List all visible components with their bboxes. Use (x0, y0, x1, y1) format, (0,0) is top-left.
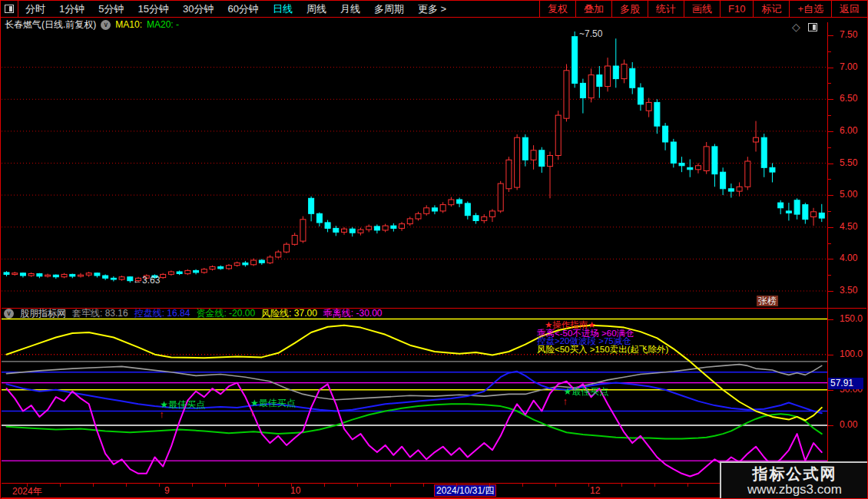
x-axis-tick (555, 484, 556, 487)
buy-marker-label-1: ★最佳买点 (250, 397, 296, 410)
price-axis-label: 5.50 (840, 157, 857, 168)
watermark-url: www.zbgs3.com (747, 482, 842, 497)
period-item-2[interactable]: 5分钟 (91, 1, 131, 17)
x-axis-label-0: 2024年 (12, 485, 42, 498)
app-window: 分时1分钟5分钟15分钟30分钟60分钟日线周线月线多周期更多 > 复权叠加多股… (0, 0, 868, 499)
x-axis-label-2: 10 (290, 485, 300, 496)
period-menu: 分时1分钟5分钟15分钟30分钟60分钟日线周线月线多周期更多 > (18, 1, 453, 17)
price-axis-minor-tick (828, 83, 831, 84)
panel-axis-tick (828, 355, 833, 355)
price-axis-tick (828, 259, 833, 259)
price-axis-label: 5.00 (840, 189, 857, 200)
price-axis-label: 4.50 (840, 221, 857, 232)
peak-annotation: ~7.50 (579, 28, 602, 39)
period-item-7[interactable]: 周线 (300, 1, 333, 17)
x-axis-tick (291, 484, 292, 487)
tools-menu: 复权叠加多股统计画线F10标记+自选返回 (539, 1, 867, 17)
x-axis-tick (687, 484, 688, 487)
x-axis-tick (390, 484, 391, 487)
trough-annotation: ←3.63 (133, 275, 160, 286)
period-item-0[interactable]: 分时 (18, 1, 52, 17)
tool-item-8[interactable]: 返回 (831, 1, 867, 17)
tool-item-1[interactable]: 叠加 (575, 1, 611, 17)
period-item-6[interactable]: 日线 (266, 1, 300, 17)
panel-current-value-badge: 57.91 (828, 378, 863, 389)
window-layout-icon (5, 5, 14, 13)
candlestick-chart[interactable] (2, 22, 827, 308)
x-axis-tick (456, 484, 457, 487)
price-axis-minor-tick (828, 147, 831, 148)
price-axis-tick (828, 227, 833, 228)
price-axis-label: 7.50 (840, 29, 857, 40)
rank-badge[interactable]: 张榜 (757, 296, 778, 306)
x-axis-tick (489, 484, 490, 487)
x-axis-tick (357, 484, 358, 487)
x-axis-tick (654, 484, 655, 487)
tool-item-5[interactable]: F10 (720, 1, 753, 17)
price-axis-label: 4.00 (840, 253, 857, 263)
price-axis-minor-tick (828, 179, 831, 180)
x-axis-tick (93, 484, 94, 487)
x-axis-tick (258, 484, 259, 487)
price-axis-label: 6.00 (840, 125, 857, 136)
x-axis-tick (60, 484, 61, 487)
indicator-panel-chart[interactable] (2, 318, 827, 483)
period-item-9[interactable]: 多周期 (367, 1, 411, 17)
panel-axis-label: 0.00 (840, 419, 857, 430)
price-axis-minor-tick (828, 51, 831, 52)
x-axis-tick (225, 484, 226, 487)
period-item-8[interactable]: 月线 (333, 1, 367, 17)
x-axis-label-3: 12 (590, 485, 600, 496)
period-item-10[interactable]: 更多 > (411, 1, 453, 17)
x-axis-tick (423, 484, 424, 487)
price-axis-tick (828, 195, 833, 196)
x-axis-tick (522, 484, 523, 487)
operation-guide: ★操作指南★乖离<-50不进场 >60满仓控盘>20做波段 >75减仓风险<50… (537, 321, 668, 353)
panel-axis-label: 100.0 (840, 349, 863, 359)
x-axis-tick (621, 484, 622, 487)
tool-item-7[interactable]: +自选 (789, 1, 831, 17)
period-item-5[interactable]: 60分钟 (220, 1, 265, 17)
guide-line-0: ★操作指南★ (537, 321, 668, 329)
x-axis-tick (324, 484, 325, 487)
panel-axis-label: 150.0 (840, 313, 863, 324)
buy-marker-label-2: ★最佳买点 (563, 385, 608, 398)
tool-item-3[interactable]: 统计 (648, 1, 684, 17)
price-axis-tick (828, 68, 833, 68)
x-axis-tick (159, 484, 160, 487)
period-item-3[interactable]: 15分钟 (131, 1, 175, 17)
window-layout-button[interactable] (1, 1, 18, 17)
price-axis-label: 6.50 (840, 93, 857, 104)
price-axis-minor-tick (828, 115, 831, 116)
right-axis-line (827, 22, 828, 483)
panel-axis-tick (828, 319, 833, 320)
panel-axis-tick (828, 425, 833, 426)
price-axis-minor-tick (828, 243, 831, 244)
tool-item-0[interactable]: 复权 (539, 1, 575, 17)
selected-date-box: 2024/10/31/四 (434, 484, 496, 497)
x-axis-label-1: 9 (164, 485, 170, 496)
price-axis-tick (828, 131, 833, 132)
x-axis-tick (27, 484, 28, 487)
panel-axis-tick (828, 390, 833, 391)
price-axis-tick (828, 99, 833, 100)
watermark: 指标公式网 www.zbgs3.com (720, 461, 868, 499)
tool-item-6[interactable]: 标记 (753, 1, 789, 17)
period-item-4[interactable]: 30分钟 (176, 1, 220, 17)
x-axis-tick (588, 484, 589, 487)
price-axis-tick (828, 164, 833, 164)
x-axis-tick (192, 484, 193, 487)
price-axis-minor-tick (828, 211, 831, 212)
tool-item-4[interactable]: 画线 (684, 1, 720, 17)
top-toolbar: 分时1分钟5分钟15分钟30分钟60分钟日线周线月线多周期更多 > 复权叠加多股… (1, 1, 867, 18)
x-axis-tick (126, 484, 127, 487)
buy-marker-label-0: ★最佳买点 (160, 398, 205, 411)
guide-line-3: 风险<50买入 >150卖出(起飞除外) (537, 345, 668, 354)
tool-item-2[interactable]: 多股 (611, 1, 648, 17)
period-item-1[interactable]: 1分钟 (52, 1, 91, 17)
price-axis-minor-tick (828, 275, 831, 276)
price-axis-tick (828, 291, 833, 292)
price-axis-label: 3.50 (840, 285, 857, 296)
watermark-title: 指标公式网 (753, 465, 837, 482)
guide-line-2: 控盘>20做波段 >75减仓 (537, 337, 668, 345)
